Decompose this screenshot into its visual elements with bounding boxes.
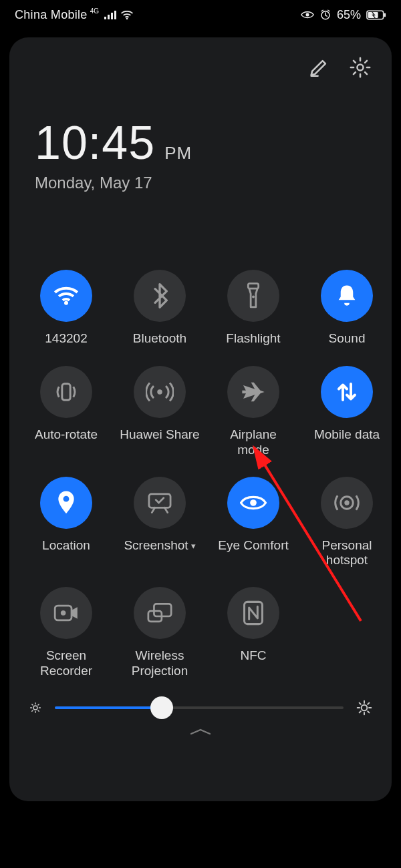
tile-label-autorotate: Auto-rotate xyxy=(35,427,98,443)
tile-button-screenrecorder[interactable] xyxy=(40,587,92,639)
record-icon xyxy=(53,604,79,622)
tile-button-nfc[interactable] xyxy=(227,587,279,639)
brightness-low-icon xyxy=(28,700,43,715)
tile-screenrecorder: Screen Recorder xyxy=(25,587,107,679)
svg-point-27 xyxy=(362,704,368,710)
tile-eyecomfort: Eye Comfort xyxy=(213,477,294,569)
date-text: Monday, May 17 xyxy=(35,174,376,192)
svg-point-22 xyxy=(61,610,66,616)
svg-point-13 xyxy=(252,296,255,298)
svg-point-19 xyxy=(344,500,349,505)
tile-button-mobiledata[interactable] xyxy=(321,366,373,418)
signal-icon xyxy=(104,10,116,19)
nfc-icon xyxy=(243,600,264,626)
time-text: 10:45 xyxy=(35,116,155,170)
tile-button-wifi[interactable] xyxy=(40,270,92,322)
svg-rect-0 xyxy=(104,17,106,19)
tile-label-eyecomfort: Eye Comfort xyxy=(218,538,289,554)
chevron-down-icon[interactable]: ▾ xyxy=(191,541,196,552)
tile-label-screenrecorder: Screen Recorder xyxy=(40,648,92,679)
brightness-row xyxy=(25,698,376,718)
bell-icon xyxy=(336,283,358,308)
status-bar: China Mobile 4G 65% xyxy=(0,0,401,29)
tile-button-hotspot[interactable] xyxy=(321,477,373,529)
tile-bluetooth: Bluetooth xyxy=(119,270,200,347)
svg-point-4 xyxy=(126,17,128,19)
tile-location: Location xyxy=(25,477,107,569)
rotate-icon xyxy=(53,379,80,405)
phone-frame: China Mobile 4G 65% xyxy=(0,0,401,868)
svg-rect-14 xyxy=(62,384,70,401)
tile-label-mobiledata: Mobile data xyxy=(314,427,380,443)
clock-area: 10:45 PM Monday, May 17 xyxy=(25,116,376,192)
edit-icon[interactable] xyxy=(307,56,330,79)
eye-icon xyxy=(240,493,267,512)
pin-icon xyxy=(56,490,76,515)
tile-sound: Sound xyxy=(306,270,388,347)
svg-rect-1 xyxy=(108,15,110,19)
svg-point-11 xyxy=(64,301,68,305)
brightness-slider[interactable] xyxy=(55,698,344,718)
svg-rect-23 xyxy=(154,604,171,617)
svg-point-10 xyxy=(357,64,363,70)
tile-button-huaweishare[interactable] xyxy=(134,366,186,418)
tile-airplane: Airplane mode xyxy=(213,366,294,458)
ampm-text: PM xyxy=(164,143,192,164)
panel-top-actions xyxy=(25,52,376,79)
tile-mobiledata: Mobile data xyxy=(306,366,388,458)
svg-rect-8 xyxy=(384,13,386,16)
tile-flashlight: Flashlight xyxy=(213,270,294,347)
svg-point-5 xyxy=(305,13,309,17)
tile-button-flashlight[interactable] xyxy=(227,270,279,322)
bluetooth-icon xyxy=(151,283,168,308)
tile-button-airplane[interactable] xyxy=(227,366,279,418)
quick-tiles-grid: 143202BluetoothFlashlightSoundAuto-rotat… xyxy=(25,270,376,679)
svg-rect-3 xyxy=(114,11,116,19)
tile-label-flashlight: Flashlight xyxy=(226,331,280,347)
plane-icon xyxy=(240,379,267,405)
tile-label-hotspot: Personal hotspot xyxy=(322,538,372,569)
brightness-high-icon xyxy=(356,699,373,716)
tile-wirelessproj: Wireless Projection xyxy=(119,587,200,679)
screenshot-icon xyxy=(147,491,172,514)
flashlight-icon xyxy=(245,282,262,309)
quick-settings-panel: 10:45 PM Monday, May 17 143202BluetoothF… xyxy=(9,37,392,801)
alarm-status-icon xyxy=(319,9,331,21)
tile-label-location: Location xyxy=(42,538,90,554)
svg-point-26 xyxy=(33,706,37,710)
tile-label-screenshot: Screenshot▾ xyxy=(124,538,195,554)
network-badge: 4G xyxy=(90,7,99,15)
tile-label-wifi: 143202 xyxy=(45,331,87,347)
svg-point-15 xyxy=(157,389,162,395)
tile-nfc: NFC xyxy=(213,587,294,679)
svg-point-18 xyxy=(250,499,257,506)
battery-icon xyxy=(366,10,386,20)
tile-button-sound[interactable] xyxy=(321,270,373,322)
tile-label-nfc: NFC xyxy=(240,648,266,664)
cast-icon xyxy=(146,602,173,624)
tile-autorotate: Auto-rotate xyxy=(25,366,107,458)
tile-button-eyecomfort[interactable] xyxy=(227,477,279,529)
tile-button-bluetooth[interactable] xyxy=(134,270,186,322)
svg-rect-2 xyxy=(111,13,113,19)
tile-button-screenshot[interactable] xyxy=(134,477,186,529)
status-right: 65% xyxy=(301,8,386,22)
svg-rect-12 xyxy=(248,284,258,289)
hotspot-icon xyxy=(333,489,360,516)
tile-button-wirelessproj[interactable] xyxy=(134,587,186,639)
updown-icon xyxy=(336,380,358,404)
tile-button-location[interactable] xyxy=(40,477,92,529)
tile-hotspot: Personal hotspot xyxy=(306,477,388,569)
tile-label-airplane: Airplane mode xyxy=(230,427,277,458)
tile-label-bluetooth: Bluetooth xyxy=(133,331,186,347)
eye-status-icon xyxy=(301,10,314,19)
gear-icon[interactable] xyxy=(349,56,372,79)
carrier-label: China Mobile xyxy=(15,8,88,22)
drag-handle-icon[interactable] xyxy=(25,727,376,736)
tile-screenshot: Screenshot▾ xyxy=(119,477,200,569)
tile-huaweishare: Huawei Share xyxy=(119,366,200,458)
status-left: China Mobile 4G xyxy=(15,8,134,22)
wifi-icon xyxy=(53,285,80,306)
svg-point-16 xyxy=(63,495,70,501)
tile-button-autorotate[interactable] xyxy=(40,366,92,418)
